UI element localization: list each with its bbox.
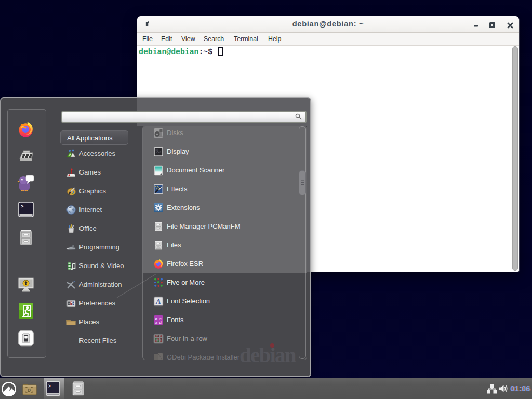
svg-text:A: A <box>155 298 161 305</box>
svg-text:a: a <box>155 320 158 325</box>
svg-text:d: d <box>159 320 162 325</box>
svg-text:>_: >_ <box>48 384 54 389</box>
svg-text:D: D <box>28 388 31 393</box>
svg-text:>_: >_ <box>21 204 26 209</box>
